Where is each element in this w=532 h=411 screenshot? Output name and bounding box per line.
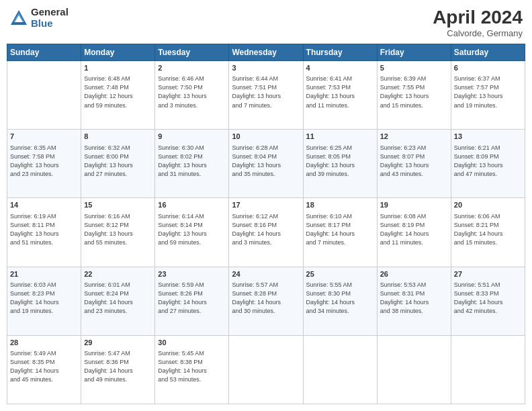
calendar-cell: 25Sunrise: 5:55 AM Sunset: 8:30 PM Dayli… [303, 267, 377, 335]
calendar-cell: 8Sunrise: 6:32 AM Sunset: 8:00 PM Daylig… [81, 130, 155, 198]
day-number: 28 [10, 338, 78, 348]
day-number: 15 [84, 200, 152, 210]
week-row-5: 28Sunrise: 5:49 AM Sunset: 8:35 PM Dayli… [7, 335, 525, 404]
header: General Blue April 2024 Calvorde, German… [7, 7, 525, 38]
weekday-header-wednesday: Wednesday [229, 44, 303, 61]
day-info: Sunrise: 6:44 AM Sunset: 7:51 PM Dayligh… [232, 75, 300, 109]
logo-text: General Blue [31, 7, 69, 29]
calendar-cell: 2Sunrise: 6:46 AM Sunset: 7:50 PM Daylig… [155, 61, 229, 130]
calendar-cell: 1Sunrise: 6:48 AM Sunset: 7:48 PM Daylig… [81, 61, 155, 130]
day-number: 18 [306, 200, 374, 210]
calendar-cell: 17Sunrise: 6:12 AM Sunset: 8:16 PM Dayli… [229, 198, 303, 267]
day-info: Sunrise: 5:51 AM Sunset: 8:33 PM Dayligh… [454, 281, 522, 316]
day-number: 20 [454, 200, 522, 210]
day-number: 16 [158, 200, 226, 210]
calendar-cell: 3Sunrise: 6:44 AM Sunset: 7:51 PM Daylig… [229, 61, 303, 130]
week-row-1: 1Sunrise: 6:48 AM Sunset: 7:48 PM Daylig… [7, 61, 525, 130]
day-info: Sunrise: 6:12 AM Sunset: 8:16 PM Dayligh… [232, 212, 300, 247]
day-number: 1 [84, 63, 152, 73]
day-number: 4 [306, 63, 374, 73]
day-info: Sunrise: 6:46 AM Sunset: 7:50 PM Dayligh… [158, 75, 226, 109]
day-info: Sunrise: 6:25 AM Sunset: 8:05 PM Dayligh… [306, 144, 374, 179]
day-info: Sunrise: 6:14 AM Sunset: 8:14 PM Dayligh… [158, 212, 226, 247]
day-info: Sunrise: 6:23 AM Sunset: 8:07 PM Dayligh… [380, 144, 448, 179]
weekday-header-thursday: Thursday [303, 44, 377, 61]
calendar-cell: 27Sunrise: 5:51 AM Sunset: 8:33 PM Dayli… [451, 267, 525, 335]
logo-icon [9, 9, 28, 28]
weekday-header-row: SundayMondayTuesdayWednesdayThursdayFrid… [7, 44, 525, 61]
day-number: 3 [232, 63, 300, 73]
day-number: 12 [380, 132, 448, 142]
calendar-cell: 24Sunrise: 5:57 AM Sunset: 8:28 PM Dayli… [229, 267, 303, 335]
day-number: 9 [158, 132, 226, 142]
day-number: 10 [232, 132, 300, 142]
calendar-cell: 26Sunrise: 5:53 AM Sunset: 8:31 PM Dayli… [377, 267, 451, 335]
weekday-header-monday: Monday [81, 44, 155, 61]
calendar-cell: 6Sunrise: 6:37 AM Sunset: 7:57 PM Daylig… [451, 61, 525, 130]
calendar-cell: 18Sunrise: 6:10 AM Sunset: 8:17 PM Dayli… [303, 198, 377, 267]
day-info: Sunrise: 6:21 AM Sunset: 8:09 PM Dayligh… [454, 144, 522, 179]
day-info: Sunrise: 6:19 AM Sunset: 8:11 PM Dayligh… [10, 212, 78, 247]
calendar-cell: 15Sunrise: 6:16 AM Sunset: 8:12 PM Dayli… [81, 198, 155, 267]
day-info: Sunrise: 6:06 AM Sunset: 8:21 PM Dayligh… [454, 212, 522, 247]
day-info: Sunrise: 6:03 AM Sunset: 8:23 PM Dayligh… [10, 281, 78, 316]
calendar-cell: 4Sunrise: 6:41 AM Sunset: 7:53 PM Daylig… [303, 61, 377, 130]
location: Calvorde, Germany [433, 28, 523, 38]
calendar: SundayMondayTuesdayWednesdayThursdayFrid… [7, 44, 525, 404]
day-info: Sunrise: 6:28 AM Sunset: 8:04 PM Dayligh… [232, 144, 300, 179]
day-number: 17 [232, 200, 300, 210]
day-info: Sunrise: 6:41 AM Sunset: 7:53 PM Dayligh… [306, 75, 374, 109]
day-info: Sunrise: 5:47 AM Sunset: 8:36 PM Dayligh… [84, 349, 152, 384]
calendar-cell: 21Sunrise: 6:03 AM Sunset: 8:23 PM Dayli… [7, 267, 81, 335]
day-info: Sunrise: 6:16 AM Sunset: 8:12 PM Dayligh… [84, 212, 152, 247]
day-number: 21 [10, 269, 78, 279]
calendar-cell: 5Sunrise: 6:39 AM Sunset: 7:55 PM Daylig… [377, 61, 451, 130]
calendar-cell [303, 335, 377, 404]
day-number: 5 [380, 63, 448, 73]
day-number: 13 [454, 132, 522, 142]
calendar-cell: 23Sunrise: 5:59 AM Sunset: 8:26 PM Dayli… [155, 267, 229, 335]
calendar-cell: 13Sunrise: 6:21 AM Sunset: 8:09 PM Dayli… [451, 130, 525, 198]
day-info: Sunrise: 6:30 AM Sunset: 8:02 PM Dayligh… [158, 144, 226, 179]
logo-general-label: General [31, 7, 69, 18]
day-info: Sunrise: 6:39 AM Sunset: 7:55 PM Dayligh… [380, 75, 448, 109]
calendar-cell: 11Sunrise: 6:25 AM Sunset: 8:05 PM Dayli… [303, 130, 377, 198]
weekday-header-sunday: Sunday [7, 44, 81, 61]
calendar-cell [377, 335, 451, 404]
calendar-cell: 19Sunrise: 6:08 AM Sunset: 8:19 PM Dayli… [377, 198, 451, 267]
day-number: 23 [158, 269, 226, 279]
day-number: 19 [380, 200, 448, 210]
day-info: Sunrise: 5:45 AM Sunset: 8:38 PM Dayligh… [158, 349, 226, 384]
page: General Blue April 2024 Calvorde, German… [0, 0, 532, 411]
week-row-4: 21Sunrise: 6:03 AM Sunset: 8:23 PM Dayli… [7, 267, 525, 335]
day-info: Sunrise: 5:55 AM Sunset: 8:30 PM Dayligh… [306, 281, 374, 316]
day-info: Sunrise: 6:10 AM Sunset: 8:17 PM Dayligh… [306, 212, 374, 247]
day-number: 6 [454, 63, 522, 73]
day-number: 8 [84, 132, 152, 142]
day-number: 29 [84, 338, 152, 348]
calendar-cell [451, 335, 525, 404]
calendar-cell [229, 335, 303, 404]
calendar-cell: 28Sunrise: 5:49 AM Sunset: 8:35 PM Dayli… [7, 335, 81, 404]
day-info: Sunrise: 5:53 AM Sunset: 8:31 PM Dayligh… [380, 281, 448, 316]
day-number: 26 [380, 269, 448, 279]
weekday-header-saturday: Saturday [451, 44, 525, 61]
day-number: 7 [10, 132, 78, 142]
calendar-cell: 30Sunrise: 5:45 AM Sunset: 8:38 PM Dayli… [155, 335, 229, 404]
calendar-cell: 10Sunrise: 6:28 AM Sunset: 8:04 PM Dayli… [229, 130, 303, 198]
title-area: April 2024 Calvorde, Germany [433, 7, 523, 38]
day-info: Sunrise: 6:32 AM Sunset: 8:00 PM Dayligh… [84, 144, 152, 179]
day-number: 2 [158, 63, 226, 73]
logo: General Blue [9, 7, 69, 29]
day-info: Sunrise: 5:57 AM Sunset: 8:28 PM Dayligh… [232, 281, 300, 316]
day-number: 30 [158, 338, 226, 348]
day-number: 27 [454, 269, 522, 279]
week-row-3: 14Sunrise: 6:19 AM Sunset: 8:11 PM Dayli… [7, 198, 525, 267]
calendar-cell [7, 61, 81, 130]
day-info: Sunrise: 6:35 AM Sunset: 7:58 PM Dayligh… [10, 144, 78, 179]
calendar-cell: 22Sunrise: 6:01 AM Sunset: 8:24 PM Dayli… [81, 267, 155, 335]
day-number: 24 [232, 269, 300, 279]
day-info: Sunrise: 6:37 AM Sunset: 7:57 PM Dayligh… [454, 75, 522, 109]
calendar-cell: 14Sunrise: 6:19 AM Sunset: 8:11 PM Dayli… [7, 198, 81, 267]
logo-blue-label: Blue [31, 18, 69, 30]
